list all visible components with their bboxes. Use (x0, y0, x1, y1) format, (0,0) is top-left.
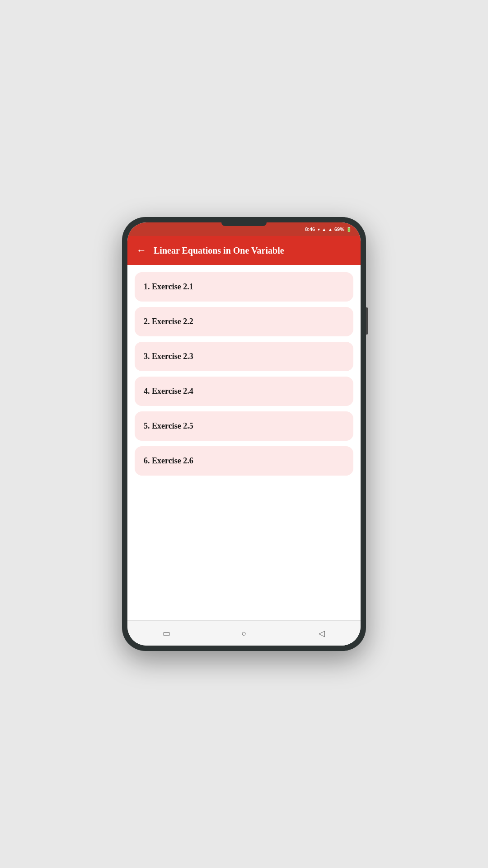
exercise-label-6: 6. Exercise 2.6 (144, 456, 193, 465)
battery-level: 69% (334, 226, 344, 232)
app-header: ← Linear Equations in One Variable (127, 236, 361, 265)
home-icon: ○ (242, 629, 247, 637)
recent-apps-button[interactable]: ▭ (156, 623, 176, 643)
exercise-item-6[interactable]: 6. Exercise 2.6 (135, 446, 353, 476)
wifi-icon: ▾ (318, 227, 320, 232)
content-area: 1. Exercise 2.1 2. Exercise 2.2 3. Exerc… (127, 265, 361, 620)
signal-icon: ▲ (322, 227, 326, 232)
exercise-item-4[interactable]: 4. Exercise 2.4 (135, 377, 353, 406)
status-time: 8:46 (305, 226, 315, 232)
back-nav-button[interactable]: ◁ (312, 623, 332, 643)
back-nav-icon: ◁ (319, 629, 325, 637)
phone-screen: 8:46 ▾ ▲ ▲ 69% 🔋 ← Linear Equations in O… (127, 222, 361, 646)
phone-frame: 8:46 ▾ ▲ ▲ 69% 🔋 ← Linear Equations in O… (122, 217, 366, 651)
exercise-label-1: 1. Exercise 2.1 (144, 282, 193, 291)
phone-notch (221, 222, 267, 226)
home-button[interactable]: ○ (234, 623, 254, 643)
back-button[interactable]: ← (136, 245, 146, 255)
exercise-item-2[interactable]: 2. Exercise 2.2 (135, 307, 353, 336)
battery-icon: 🔋 (346, 227, 352, 232)
exercise-label-2: 2. Exercise 2.2 (144, 317, 193, 326)
exercise-item-5[interactable]: 5. Exercise 2.5 (135, 411, 353, 441)
side-button (366, 307, 368, 335)
bottom-nav-bar: ▭ ○ ◁ (127, 620, 361, 646)
exercise-item-3[interactable]: 3. Exercise 2.3 (135, 342, 353, 371)
exercise-item-1[interactable]: 1. Exercise 2.1 (135, 272, 353, 302)
exercise-label-5: 5. Exercise 2.5 (144, 421, 193, 430)
page-title: Linear Equations in One Variable (154, 245, 352, 256)
status-icons: ▾ ▲ ▲ 69% 🔋 (318, 226, 352, 232)
exercise-label-3: 3. Exercise 2.3 (144, 352, 193, 361)
exercise-label-4: 4. Exercise 2.4 (144, 387, 193, 396)
signal-icon-2: ▲ (328, 227, 333, 232)
recent-apps-icon: ▭ (163, 629, 170, 637)
